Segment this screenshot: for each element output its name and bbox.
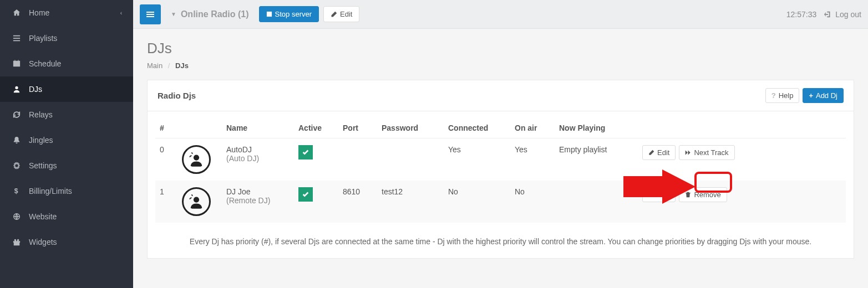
question-icon: ? xyxy=(771,91,776,100)
breadcrumb-separator: / xyxy=(168,61,170,70)
button-label: Next Track xyxy=(694,148,728,157)
col-name: Name xyxy=(222,118,294,138)
dj-type: (Auto DJ) xyxy=(226,154,290,163)
sidebar-item-djs[interactable]: DJs xyxy=(0,76,133,102)
sidebar-item-label: Home xyxy=(29,8,49,17)
gift-icon xyxy=(11,238,22,246)
dj-avatar-icon xyxy=(182,187,211,216)
next-track-button[interactable]: Next Track xyxy=(679,145,734,160)
sidebar-item-settings[interactable]: Settings xyxy=(0,153,133,178)
sidebar-item-widgets[interactable]: Widgets xyxy=(0,229,133,255)
cell-onair: No xyxy=(510,181,555,223)
sidebar-item-jingles[interactable]: Jingles xyxy=(0,127,133,153)
panel-footer-note: Every Dj has priority (#), if several Dj… xyxy=(148,229,854,258)
panel-title: Radio Djs xyxy=(158,91,196,100)
sidebar-item-label: Widgets xyxy=(29,238,57,246)
sidebar-item-label: Settings xyxy=(29,161,57,170)
svg-point-3 xyxy=(194,155,199,161)
add-dj-button[interactable]: + Add Dj xyxy=(803,88,844,103)
dj-name: DJ Joe xyxy=(226,187,290,196)
button-label: Edit xyxy=(657,148,669,157)
button-label: Add Dj xyxy=(816,91,837,100)
col-port: Port xyxy=(338,118,377,138)
menu-toggle-button[interactable] xyxy=(140,4,161,24)
cell-connected: No xyxy=(444,181,510,223)
table-row[interactable]: 0 AutoDJ (Auto DJ) xyxy=(155,138,846,181)
cell-nowplaying: Empty playlist xyxy=(555,138,638,181)
cell-nowplaying xyxy=(555,181,638,223)
sidebar-item-label: Website xyxy=(29,212,57,221)
signout-icon xyxy=(824,11,832,18)
cell-name: AutoDJ (Auto DJ) xyxy=(222,138,294,181)
remove-dj-button[interactable]: Remove xyxy=(679,187,727,202)
edit-dj-button[interactable]: Edit xyxy=(642,187,676,202)
cell-port xyxy=(338,138,377,181)
col-connected: Connected xyxy=(444,118,510,138)
cell-actions: Edit Remove xyxy=(638,181,846,223)
sidebar-item-label: Billing/Limits xyxy=(29,187,72,196)
pencil-icon xyxy=(648,192,654,198)
cell-num: 0 xyxy=(155,138,177,181)
sidebar: Home ‹ Playlists Schedule DJs Relays xyxy=(0,0,133,288)
cell-active xyxy=(294,138,338,181)
sidebar-item-label: Relays xyxy=(29,110,53,119)
col-onair: On air xyxy=(510,118,555,138)
logout-link[interactable]: Log out xyxy=(824,10,861,19)
page-title: DJs xyxy=(147,40,854,57)
pencil-icon xyxy=(648,150,654,156)
cell-active xyxy=(294,181,338,223)
col-active: Active xyxy=(294,118,338,138)
dj-avatar-icon xyxy=(182,145,211,174)
stop-server-button[interactable]: Stop server xyxy=(259,6,319,22)
logout-label: Log out xyxy=(835,10,861,19)
sidebar-item-playlists[interactable]: Playlists xyxy=(0,25,133,51)
sidebar-item-label: Schedule xyxy=(29,59,61,68)
sidebar-item-billing[interactable]: $ Billing/Limits xyxy=(0,178,133,204)
sidebar-item-schedule[interactable]: Schedule xyxy=(0,51,133,76)
breadcrumb-root[interactable]: Main xyxy=(147,61,163,70)
button-label: Stop server xyxy=(275,10,312,18)
sidebar-item-website[interactable]: Website xyxy=(0,204,133,229)
cell-password: test12 xyxy=(377,181,444,223)
col-num: # xyxy=(155,118,177,138)
sidebar-item-home[interactable]: Home ‹ xyxy=(0,0,133,25)
cell-port: 8610 xyxy=(338,181,377,223)
panel-header: Radio Djs ? Help + Add Dj xyxy=(148,80,854,111)
globe-icon xyxy=(11,213,22,220)
breadcrumb: Main / DJs xyxy=(147,61,854,70)
sidebar-item-relays[interactable]: Relays xyxy=(0,102,133,127)
dj-name: AutoDJ xyxy=(226,145,290,154)
clock-display: 12:57:33 xyxy=(786,10,817,19)
trash-icon xyxy=(685,192,691,198)
edit-server-button[interactable]: Edit xyxy=(323,6,359,22)
user-icon xyxy=(11,85,22,93)
forward-icon xyxy=(685,150,691,156)
cell-num: 1 xyxy=(155,181,177,223)
check-icon xyxy=(298,187,313,202)
topbar: ▼ Online Radio (1) Stop server Edit 12:5… xyxy=(133,0,868,29)
edit-dj-button[interactable]: Edit xyxy=(642,145,676,160)
svg-point-5 xyxy=(194,197,199,203)
dollar-icon: $ xyxy=(11,187,22,195)
refresh-icon xyxy=(11,111,22,119)
cell-name: DJ Joe (Remote DJ) xyxy=(222,181,294,223)
col-nowplaying: Now Playing xyxy=(555,118,638,138)
breadcrumb-current: DJs xyxy=(175,61,189,70)
bell-icon xyxy=(11,136,22,144)
col-actions xyxy=(638,118,846,138)
cell-password xyxy=(377,138,444,181)
chevron-left-icon: ‹ xyxy=(120,10,122,16)
check-icon xyxy=(298,145,313,160)
table-row[interactable]: 1 DJ Joe (Remote DJ) xyxy=(155,181,846,223)
cell-onair: Yes xyxy=(510,138,555,181)
svg-text:$: $ xyxy=(14,187,18,195)
button-label: Help xyxy=(779,91,794,100)
server-selector[interactable]: Online Radio (1) xyxy=(181,9,249,19)
help-button[interactable]: ? Help xyxy=(765,88,800,103)
cell-actions: Edit Next Track xyxy=(638,138,846,181)
button-label: Edit xyxy=(340,10,352,18)
cell-icon xyxy=(177,181,222,223)
caret-down-icon: ▼ xyxy=(171,11,176,17)
button-label: Edit xyxy=(657,191,669,199)
home-icon xyxy=(11,9,22,17)
